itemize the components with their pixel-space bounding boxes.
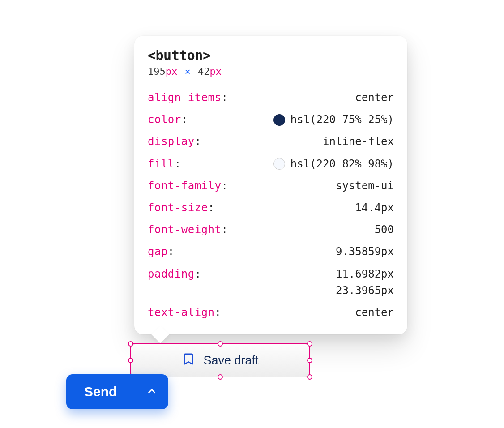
prop-name: font-weight (148, 222, 228, 238)
send-button-group: Send (66, 374, 168, 409)
prop-name: font-family (148, 178, 228, 194)
inspector-panel: <button> 195px × 42px align-items center… (134, 36, 407, 334)
prop-value: system-ui (336, 178, 394, 194)
prop-name: align-items (148, 90, 228, 106)
padding-value-1: 11.6982px (336, 266, 394, 282)
prop-value: center (355, 304, 394, 321)
prop-color: color hsl(220 75% 25%) (148, 111, 394, 128)
element-tag: <button> (148, 47, 394, 63)
color-value-text: hsl(220 75% 25%) (290, 111, 394, 128)
prop-gap: gap 9.35859px (148, 244, 394, 260)
prop-value: 9.35859px (336, 244, 394, 260)
height-value: 42 (198, 66, 210, 77)
prop-value: 500 (375, 222, 394, 238)
prop-value: 14.4px (355, 200, 394, 216)
save-draft-button[interactable]: Save draft (131, 344, 310, 377)
prop-name: padding (148, 266, 201, 282)
prop-font-family: font-family system-ui (148, 178, 394, 194)
prop-align-items: align-items center (148, 90, 394, 106)
chevron-up-icon (147, 386, 157, 398)
css-property-list: align-items center color hsl(220 75% 25%… (148, 90, 394, 321)
prop-value: center (355, 90, 394, 106)
prop-value-with-swatch: hsl(220 75% 25%) (273, 111, 394, 128)
height-unit: px (210, 66, 222, 77)
prop-display: display inline-flex (148, 133, 394, 150)
selected-element-wrap: Save draft (131, 344, 310, 377)
prop-name: color (148, 111, 188, 128)
inspector-header: <button> 195px × 42px (148, 47, 394, 77)
tooltip-pointer (151, 325, 169, 343)
prop-value-with-swatch: hsl(220 82% 98%) (273, 156, 394, 172)
prop-name: fill (148, 156, 181, 172)
prop-name: font-size (148, 200, 215, 216)
prop-name: display (148, 133, 201, 150)
width-value: 195 (148, 66, 166, 77)
prop-name: gap (148, 244, 175, 260)
prop-value: inline-flex (323, 133, 394, 150)
prop-padding: padding 11.6982px 23.3965px (148, 266, 394, 299)
prop-font-weight: font-weight 500 (148, 222, 394, 238)
send-label: Send (84, 384, 117, 399)
prop-fill: fill hsl(220 82% 98%) (148, 156, 394, 172)
fill-value-text: hsl(220 82% 98%) (290, 156, 394, 172)
prop-name: text-align (148, 304, 221, 321)
bookmark-icon (182, 352, 195, 369)
prop-text-align: text-align center (148, 304, 394, 321)
send-button[interactable]: Send (66, 374, 135, 409)
element-dimensions: 195px × 42px (148, 66, 394, 77)
dim-separator: × (185, 66, 191, 77)
padding-value-2: 23.3965px (336, 282, 394, 299)
prop-value-multiline: 11.6982px 23.3965px (336, 266, 394, 299)
prop-font-size: font-size 14.4px (148, 200, 394, 216)
save-draft-label: Save draft (203, 354, 258, 368)
color-swatch-icon (273, 114, 285, 126)
send-dropdown-toggle[interactable] (135, 374, 168, 409)
color-swatch-icon (273, 158, 285, 170)
width-unit: px (166, 66, 178, 77)
